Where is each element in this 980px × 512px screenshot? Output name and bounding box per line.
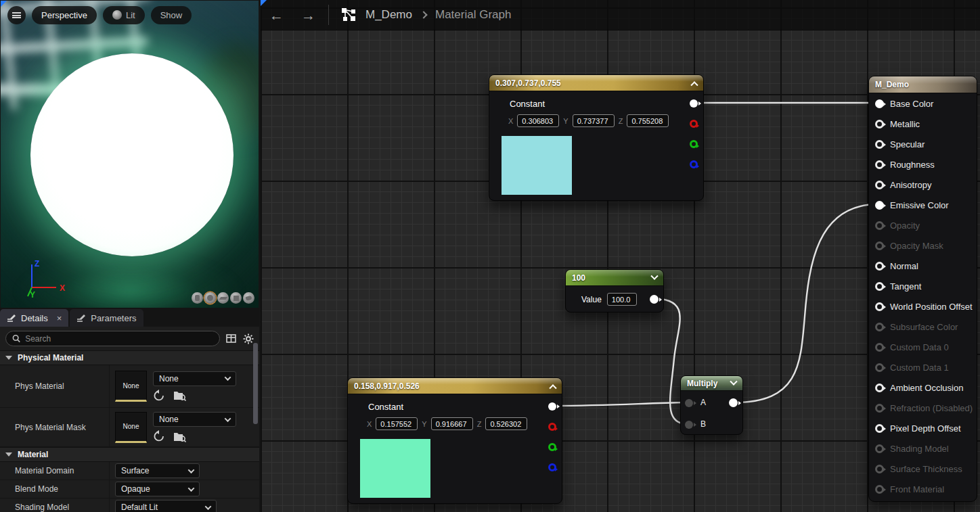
pin-dot[interactable] <box>875 221 884 230</box>
show-button[interactable]: Show <box>151 6 192 24</box>
output-pin-r[interactable] <box>548 423 556 431</box>
multiply-node[interactable]: Multiply A B <box>680 375 743 435</box>
pin-dot[interactable] <box>875 262 884 271</box>
use-selected-asset-icon[interactable] <box>153 430 165 442</box>
viewport-menu-button[interactable] <box>7 6 26 24</box>
pin-dot[interactable] <box>875 383 884 392</box>
browse-asset-icon[interactable] <box>173 431 186 442</box>
pin-specular[interactable]: Specular <box>875 139 925 149</box>
details-scrollbar[interactable] <box>253 343 258 424</box>
pin-dot[interactable] <box>875 404 884 413</box>
tab-parameters[interactable]: Parameters <box>70 309 143 327</box>
pin-dot[interactable] <box>875 282 884 291</box>
pin-custom-data-0[interactable]: Custom Data 0 <box>875 342 949 352</box>
value-input[interactable]: 100.0 <box>607 293 637 306</box>
section-material[interactable]: Material <box>0 447 259 462</box>
mesh-cube-button[interactable] <box>230 292 242 304</box>
z-input[interactable]: 0.755208 <box>627 114 669 127</box>
phys-material-mask-thumbnail[interactable]: None <box>115 412 147 443</box>
pin-ambient-occlusion[interactable]: Ambient Occlusion <box>875 382 963 393</box>
mesh-teapot-button[interactable] <box>243 292 254 304</box>
pin-dot[interactable] <box>875 160 884 169</box>
output-pin-g[interactable] <box>690 140 698 148</box>
pin-world-position-offset[interactable]: World Position Offset <box>875 301 973 312</box>
node-header[interactable]: 0.307,0.737,0.755 <box>489 75 703 91</box>
pin-dot[interactable] <box>875 201 884 210</box>
shading-model-dropdown[interactable]: Default Lit <box>115 500 217 512</box>
pin-dot[interactable] <box>875 120 884 129</box>
pin-normal[interactable]: Normal <box>875 260 918 271</box>
pin-dot[interactable] <box>875 241 884 250</box>
pin-pixel-depth-offset[interactable]: Pixel Depth Offset <box>875 423 961 434</box>
pin-dot[interactable] <box>875 465 884 473</box>
node-header[interactable]: 100 <box>566 270 663 286</box>
input-pin-a[interactable] <box>685 399 693 407</box>
back-arrow-button[interactable]: ← <box>261 8 292 22</box>
search-box[interactable] <box>5 331 220 346</box>
pin-dot[interactable] <box>875 444 884 453</box>
display-filter-button[interactable] <box>225 333 237 344</box>
pin-custom-data-1[interactable]: Custom Data 1 <box>875 362 949 373</box>
output-pin[interactable] <box>650 295 659 304</box>
phys-material-dropdown[interactable]: None <box>153 371 236 386</box>
search-input[interactable] <box>25 334 213 344</box>
node-header[interactable]: 0.158,0.917,0.526 <box>348 378 562 394</box>
pin-surface-thickness[interactable]: Surface Thickness <box>875 463 962 474</box>
output-pin[interactable] <box>729 398 738 407</box>
collapse-chevron-icon[interactable] <box>690 81 698 89</box>
x-input[interactable]: 0.157552 <box>376 417 418 430</box>
pin-dot[interactable] <box>875 302 884 311</box>
constant-100-node[interactable]: 100 Value 100.0 <box>565 269 664 312</box>
pin-refraction[interactable]: Refraction (Disabled) <box>875 402 973 413</box>
pin-dot[interactable] <box>875 343 884 352</box>
node-header[interactable]: Multiply <box>681 376 742 391</box>
expand-chevron-icon[interactable] <box>730 377 737 385</box>
section-physical-material[interactable]: Physical Material <box>0 350 259 365</box>
browse-asset-icon[interactable] <box>173 390 186 401</box>
pin-dot[interactable] <box>875 140 884 149</box>
pin-subsurface-color[interactable]: Subsurface Color <box>875 321 958 332</box>
mesh-sphere-button[interactable] <box>204 292 216 304</box>
material-result-node[interactable]: M_Demo Base Color Metallic Specular Roug… <box>868 76 977 502</box>
node-header[interactable]: M_Demo <box>869 76 977 93</box>
x-input[interactable]: 0.306803 <box>517 114 559 127</box>
forward-arrow-button[interactable]: → <box>292 8 324 22</box>
use-selected-asset-icon[interactable] <box>153 390 165 402</box>
output-pin-b[interactable] <box>548 463 556 471</box>
material-graph-canvas[interactable]: ← → M_Demo Material Graph 0.307,0.737,0 <box>261 0 980 512</box>
pin-dot[interactable] <box>875 485 884 494</box>
mesh-cylinder-button[interactable] <box>192 292 203 304</box>
mesh-plane-button[interactable] <box>217 292 229 304</box>
pin-opacity-mask[interactable]: Opacity Mask <box>875 240 943 251</box>
pin-anisotropy[interactable]: Anisotropy <box>875 179 931 190</box>
pin-emissive-color[interactable]: Emissive Color <box>875 200 949 210</box>
pin-shading-model[interactable]: Shading Model <box>875 443 949 454</box>
lit-mode-button[interactable]: Lit <box>103 6 145 24</box>
pin-base-color[interactable]: Base Color <box>875 98 933 109</box>
constant3-node-1[interactable]: 0.307,0.737,0.755 Constant X 0.306803 Y … <box>489 74 704 201</box>
expand-chevron-icon[interactable] <box>650 272 658 279</box>
pin-roughness[interactable]: Roughness <box>875 159 935 170</box>
pin-opacity[interactable]: Opacity <box>875 220 920 231</box>
output-pin-g[interactable] <box>548 443 556 451</box>
perspective-button[interactable]: Perspective <box>32 6 97 24</box>
blend-mode-dropdown[interactable]: Opaque <box>115 482 200 496</box>
y-input[interactable]: 0.916667 <box>431 417 473 430</box>
pin-dot[interactable] <box>875 323 884 331</box>
output-pin-rgb[interactable] <box>690 99 698 108</box>
phys-material-mask-dropdown[interactable]: None <box>153 412 236 427</box>
z-input[interactable]: 0.526302 <box>485 417 527 430</box>
pin-metallic[interactable]: Metallic <box>875 118 920 129</box>
preview-viewport[interactable]: Perspective Lit Show Z X Y <box>1 1 259 308</box>
constant3-node-2[interactable]: 0.158,0.917,0.526 Constant X 0.157552 Y … <box>347 377 562 504</box>
settings-button[interactable] <box>242 333 254 344</box>
pin-tangent[interactable]: Tangent <box>875 281 921 292</box>
pin-dot[interactable] <box>875 363 884 372</box>
breadcrumb-root[interactable]: M_Demo <box>365 8 412 22</box>
y-input[interactable]: 0.737377 <box>573 114 615 127</box>
close-icon[interactable]: × <box>57 313 62 323</box>
pin-dot[interactable] <box>875 99 884 108</box>
pin-dot[interactable] <box>875 181 884 189</box>
input-pin-b[interactable] <box>685 421 693 429</box>
wire-multiply-to-emissive[interactable] <box>734 204 878 402</box>
